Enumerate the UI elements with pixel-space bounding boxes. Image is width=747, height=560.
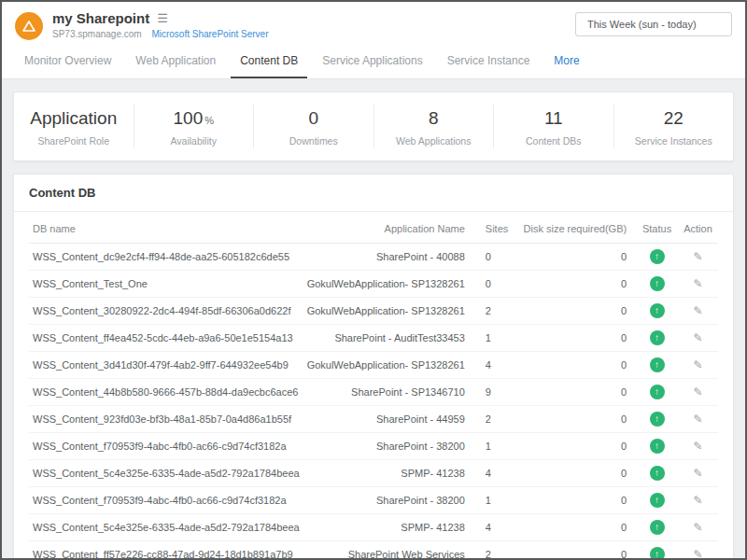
disk-size-cell: 0 [518,379,636,406]
header: my Sharepoint ☰ SP73.spmanage.com Micros… [2,2,745,46]
sites-cell: 1 [482,325,518,352]
status-up-icon: ↑ [650,493,665,508]
edit-pencil-icon[interactable]: ✎ [693,521,702,534]
status-up-icon: ↑ [650,357,665,372]
application-name-cell: SharePoint - 38200 [303,433,482,460]
stat-label: Content DBs [494,135,613,147]
db-name-cell: WSS_Content_923fd03e-bf3b-48a1-85b7-0a4d… [29,406,303,433]
stat-availability: 100% Availability [134,105,255,148]
application-name-cell: GokulWebApplication- SP1328261 [303,271,482,298]
sites-cell: 4 [482,460,518,487]
sites-cell: 2 [482,541,518,559]
edit-pencil-icon[interactable]: ✎ [693,277,702,290]
db-name-cell: WSS_Content_44b8b580-9666-457b-88d4-da9e… [29,379,303,406]
table-row: WSS_Content_ff57e226-cc88-47ad-9d24-18d1… [29,541,718,559]
disk-size-cell: 0 [518,460,636,487]
column-disk-size: Disk size required(GB) [518,214,636,244]
db-name-cell: WSS_Content_ff57e226-cc88-47ad-9d24-18d1… [29,541,303,559]
edit-pencil-icon[interactable]: ✎ [693,250,702,263]
table-row: WSS_Content_f70953f9-4abc-4fb0-ac66-c9d7… [29,487,718,514]
status-up-icon: ↑ [650,249,665,264]
disk-size-cell: 0 [518,487,636,514]
tab-service-instance[interactable]: Service Instance [438,46,540,78]
stat-label: Service Instances [614,135,734,147]
table-row: WSS_Content_3d41d30f-479f-4ab2-9ff7-6449… [29,352,718,379]
edit-pencil-icon[interactable]: ✎ [693,331,702,344]
sites-cell: 0 [482,271,518,298]
db-name-cell: WSS_Content_3d41d30f-479f-4ab2-9ff7-6449… [29,352,303,379]
edit-pencil-icon[interactable]: ✎ [693,548,702,558]
tab-monitor-overview[interactable]: Monitor Overview [15,46,120,78]
stat-value: 8 [374,108,494,129]
table-header-row: DB name Application Name Sites Disk size… [29,214,718,244]
app-window: my Sharepoint ☰ SP73.spmanage.com Micros… [0,0,747,560]
table-title: Content DB [14,175,733,212]
edit-pencil-icon[interactable]: ✎ [693,413,702,426]
stat-label: Web Applications [374,135,494,147]
table-row: WSS_Content_5c4e325e-6335-4ade-a5d2-792a… [29,514,718,541]
sites-cell: 2 [482,406,518,433]
status-up-icon: ↑ [650,276,665,291]
db-name-cell: WSS_Content_5c4e325e-6335-4ade-a5d2-792a… [29,460,303,487]
sites-cell: 4 [482,352,518,379]
application-name-cell: GokulWebApplication- SP1328261 [303,352,482,379]
edit-pencil-icon[interactable]: ✎ [693,467,702,480]
stat-content-dbs: 11 Content DBs [494,105,614,148]
application-name-cell: SPMP- 41238 [303,460,482,487]
edit-pencil-icon[interactable]: ✎ [693,494,702,507]
brand-logo-icon [15,12,43,40]
host-name: SP73.spmanage.com [52,29,142,39]
application-name-cell: SPMP- 41238 [303,514,482,541]
disk-size-cell: 0 [518,244,636,271]
table-row: WSS_Content_44b8b580-9666-457b-88d4-da9e… [29,379,718,406]
status-up-icon: ↑ [650,520,665,535]
stat-value: 11 [494,108,613,129]
tab-content-db[interactable]: Content DB [231,46,307,78]
sites-cell: 4 [482,514,518,541]
menu-icon[interactable]: ☰ [157,11,168,25]
status-up-icon: ↑ [650,303,665,318]
table-row: WSS_Content_30280922-2dc4-494f-85df-6630… [29,298,718,325]
column-sites: Sites [482,214,518,244]
stat-downtimes: 0 Downtimes [254,105,374,148]
db-name-cell: WSS_Content_dc9e2cf4-ff94-48de-aa25-6051… [29,244,303,271]
stat-value: 22 [614,108,734,129]
sites-cell: 9 [482,379,518,406]
sites-cell: 2 [482,298,518,325]
stat-service-instances: 22 Service Instances [614,105,734,148]
disk-size-cell: 0 [518,352,636,379]
db-name-cell: WSS_Content_f70953f9-4abc-4fb0-ac66-c9d7… [29,433,303,460]
application-name-cell: SharePoint - 44959 [303,406,482,433]
tab-bar: Monitor Overview Web Application Content… [2,46,745,79]
page-title: my Sharepoint [52,10,149,26]
edit-pencil-icon[interactable]: ✎ [693,304,702,317]
time-range-select[interactable]: This Week (sun - today) [575,12,732,36]
sites-cell: 0 [482,244,518,271]
table-row: WSS_Content_923fd03e-bf3b-48a1-85b7-0a4d… [29,406,718,433]
server-type-link[interactable]: Microsoft SharePoint Server [151,29,268,39]
application-name-cell: SharePoint - SP1346710 [303,379,482,406]
stat-label: Downtimes [254,135,374,147]
edit-pencil-icon[interactable]: ✎ [693,358,702,371]
stat-label: SharePoint Role [14,135,134,147]
tab-service-applications[interactable]: Service Applications [313,46,431,78]
stat-value: 0 [254,108,374,129]
stat-value: Application [14,108,134,129]
table-row: WSS_Content_dc9e2cf4-ff94-48de-aa25-6051… [29,244,718,271]
db-name-cell: WSS_Content_30280922-2dc4-494f-85df-6630… [29,298,303,325]
stat-web-applications: 8 Web Applications [374,105,495,148]
disk-size-cell: 0 [518,271,636,298]
status-up-icon: ↑ [650,466,665,481]
stat-value: 100% [134,108,254,129]
status-up-icon: ↑ [650,385,665,399]
tab-more[interactable]: More [544,46,588,78]
edit-pencil-icon[interactable]: ✎ [693,385,702,399]
tab-web-application[interactable]: Web Application [126,46,225,78]
sites-cell: 1 [482,487,518,514]
status-up-icon: ↑ [650,412,665,427]
status-up-icon: ↑ [650,439,665,454]
sites-cell: 1 [482,433,518,460]
disk-size-cell: 0 [518,325,636,352]
edit-pencil-icon[interactable]: ✎ [693,440,702,453]
content-area: Application SharePoint Role 100% Availab… [2,79,745,558]
